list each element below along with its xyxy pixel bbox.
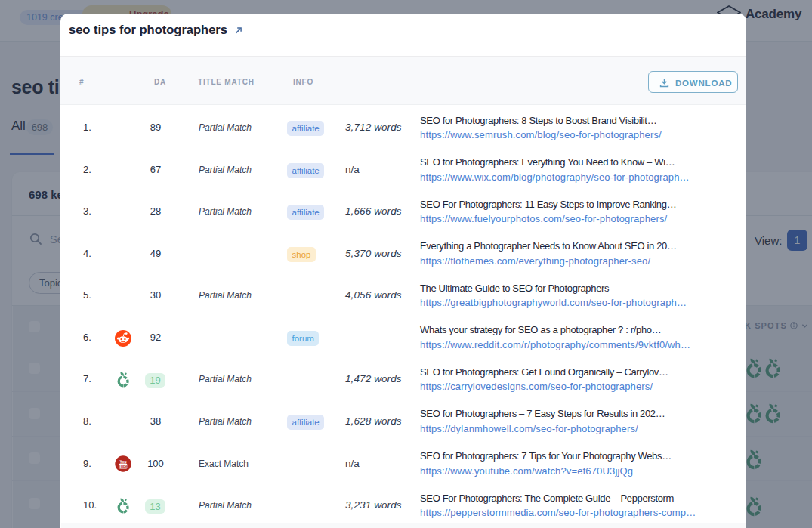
svg-text:Tube: Tube <box>119 464 128 468</box>
